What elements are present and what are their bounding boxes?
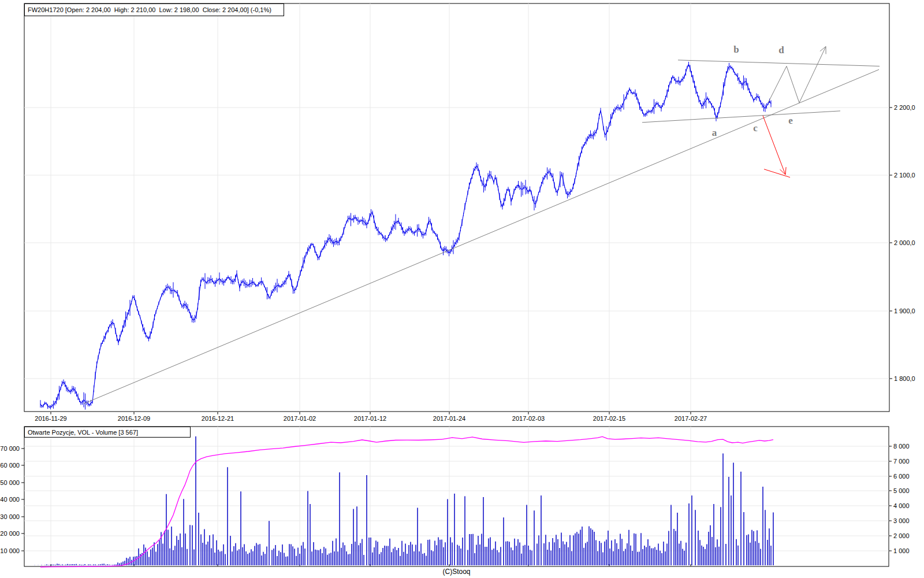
price-y-axis-label: 2 100,0 bbox=[894, 172, 915, 179]
volume-right-axis-label: 3 000 bbox=[893, 517, 910, 524]
volume-right-axis-label: 6 000 bbox=[893, 473, 910, 480]
volume-right-axis-label: 4 000 bbox=[893, 502, 910, 509]
wave-label-b: b bbox=[733, 44, 739, 55]
price-x-axis-label: 2017-01-24 bbox=[433, 415, 465, 422]
wave-label-c: c bbox=[753, 123, 758, 134]
price-y-axis-label: 2 000,0 bbox=[894, 239, 915, 246]
price-x-axis-label: 2017-01-02 bbox=[284, 415, 316, 422]
wave-label-d: d bbox=[778, 45, 784, 55]
wave-label-a: a bbox=[712, 127, 717, 138]
volume-left-axis-label: 10 000 bbox=[0, 547, 20, 554]
price-x-axis-label: 2016-12-21 bbox=[202, 415, 234, 422]
volume-left-axis-label: 60 000 bbox=[0, 462, 20, 469]
price-x-axis-label: 2016-12-09 bbox=[118, 415, 150, 422]
volume-right-axis-label: 7 000 bbox=[893, 458, 910, 465]
price-plot-frame bbox=[24, 3, 889, 412]
volume-left-axis-label: 40 000 bbox=[0, 496, 20, 503]
price-x-axis-label: 2017-02-03 bbox=[512, 415, 545, 422]
volume-right-axis-label: 5 000 bbox=[893, 487, 910, 494]
volume-left-axis-label: 20 000 bbox=[0, 530, 20, 537]
volume-right-axis-label: 8 000 bbox=[893, 443, 910, 450]
volume-right-axis-label: 2 000 bbox=[893, 532, 910, 539]
price-chart-title: FW20H1720 [Open: 2 204,00 High: 2 210,00… bbox=[28, 6, 271, 13]
stooq-chart-page: 2 200,02 100,02 000,01 900,01 800,02016-… bbox=[0, 0, 924, 578]
price-x-axis-label: 2017-01-12 bbox=[354, 415, 386, 422]
price-x-axis-label: 2016-11-29 bbox=[35, 415, 66, 422]
chart-canvas: 2 200,02 100,02 000,01 900,01 800,02016-… bbox=[0, 0, 924, 578]
volume-right-axis-label: 1 000 bbox=[893, 547, 910, 554]
volume-left-axis-label: 70 000 bbox=[0, 445, 20, 452]
price-y-axis-label: 2 200,0 bbox=[894, 104, 915, 111]
price-y-axis-label: 1 800,0 bbox=[894, 375, 915, 382]
price-y-axis-label: 1 900,0 bbox=[894, 307, 915, 314]
volume-left-axis-label: 30 000 bbox=[0, 513, 20, 520]
volume-panel-title: Otwarte Pozycje, VOL - Volume [3 567] bbox=[28, 429, 138, 436]
copyright-credit: (C)Stooq bbox=[24, 568, 889, 576]
volume-left-axis-label: 50 000 bbox=[0, 479, 20, 486]
price-x-axis-label: 2017-02-15 bbox=[593, 415, 625, 422]
price-x-axis-label: 2017-02-27 bbox=[675, 415, 707, 422]
volume-panel-title-box: Otwarte Pozycje, VOL - Volume [3 567] bbox=[24, 427, 191, 438]
price-chart-title-box: FW20H1720 [Open: 2 204,00 High: 2 210,00… bbox=[24, 3, 284, 16]
wave-label-e: e bbox=[788, 115, 793, 126]
